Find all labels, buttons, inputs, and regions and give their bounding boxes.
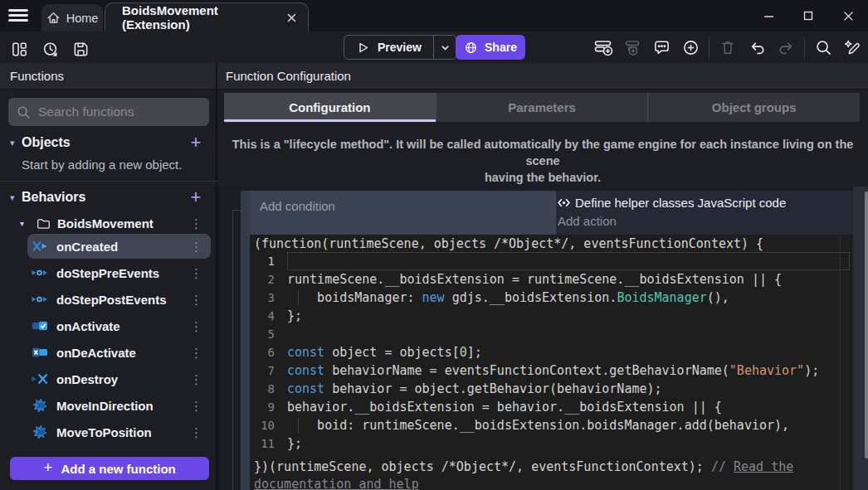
gear-icon xyxy=(32,399,48,412)
add-circle-icon[interactable] xyxy=(680,36,701,58)
current-line-highlight xyxy=(287,252,850,270)
code-line[interactable]: 9 behavior.__boidsExtension = behavior._… xyxy=(250,398,853,416)
titlebar: Home BoidsMovement (Extension) xyxy=(0,0,868,32)
window-maximize-button[interactable] xyxy=(796,4,821,27)
active-tab-underline xyxy=(224,119,436,122)
search-functions-box[interactable] xyxy=(8,98,209,126)
function-menu-button[interactable]: ⋮ xyxy=(190,426,202,439)
function-menu-button[interactable]: ⋮ xyxy=(190,240,202,253)
folder-icon xyxy=(37,217,51,230)
code-line[interactable]: 5 xyxy=(250,325,853,343)
code-footer-line: })(runtimeScene, objects /*Object*/, eve… xyxy=(250,458,853,490)
panel-title: Function Configuration xyxy=(217,63,868,90)
preview-button-label: Preview xyxy=(378,41,422,54)
add-comment-icon[interactable] xyxy=(651,36,672,58)
chevron-down-icon[interactable]: ▾ xyxy=(20,219,32,228)
gdevelop-window: Home BoidsMovement (Extension) xyxy=(0,0,868,490)
window-minimize-button[interactable] xyxy=(756,4,781,27)
function-item-ondestroy[interactable]: onDestroy ⋮ xyxy=(27,366,211,391)
function-menu-button[interactable]: ⋮ xyxy=(190,347,202,359)
toolbar: Preview Share xyxy=(0,32,868,63)
event-sheet[interactable]: Add condition Define helper classes Java… xyxy=(217,187,868,490)
js-event-title[interactable]: Define helper classes JavaScript code xyxy=(575,196,786,210)
js-code-event-icon xyxy=(558,197,570,208)
undo-icon[interactable] xyxy=(746,36,768,58)
indent-guide xyxy=(298,290,299,305)
save-icon[interactable] xyxy=(70,38,91,60)
objects-section-header[interactable]: ▾ Objects + xyxy=(0,131,217,154)
function-configuration-panel: Function Configuration Configuration Par… xyxy=(217,63,868,490)
code-line[interactable]: 8 const behavior = object.getBehavior(be… xyxy=(250,380,853,398)
lifecycle-description: This is a "lifecycle method". It will be… xyxy=(217,136,868,186)
redo-icon[interactable] xyxy=(775,36,797,58)
tab-configuration[interactable]: Configuration xyxy=(224,93,436,122)
add-event-icon[interactable] xyxy=(592,36,614,58)
function-item-dosteppostevents[interactable]: doStepPostEvents ⋮ xyxy=(27,287,211,312)
function-menu-button[interactable]: ⋮ xyxy=(190,400,202,412)
function-item-movetoposition[interactable]: MoveToPosition ⋮ xyxy=(27,420,211,444)
code-line[interactable]: 10 boid: runtimeScene.__boidsExtension.b… xyxy=(250,416,853,434)
play-icon xyxy=(356,41,370,55)
code-line[interactable]: 4 }; xyxy=(250,307,853,325)
documentation-link[interactable]: Read the xyxy=(734,459,793,474)
function-menu-button[interactable]: ⋮ xyxy=(190,294,202,306)
js-code-editor[interactable]: (function(runtimeScene, objects /*Object… xyxy=(250,235,853,490)
add-object-button[interactable]: + xyxy=(186,131,206,154)
tab-document[interactable]: BoidsMovement (Extension) xyxy=(105,2,309,32)
scrollbar-track[interactable] xyxy=(864,187,868,490)
code-line[interactable]: 6 const object = objects[0]; xyxy=(250,343,853,361)
edit-pencil-icon[interactable] xyxy=(841,36,863,58)
window-close-button[interactable] xyxy=(836,4,861,27)
function-menu-button[interactable]: ⋮ xyxy=(190,267,202,279)
functions-sidebar: Functions ▾ Objects + Start by adding a … xyxy=(0,63,217,490)
add-function-button[interactable]: + Add a new function xyxy=(10,457,209,480)
behavior-folder-label: BoidsMovement xyxy=(57,216,154,230)
code-header-line: (function(runtimeScene, objects /*Object… xyxy=(250,235,853,252)
preview-button[interactable]: Preview xyxy=(344,36,433,59)
function-menu-button[interactable]: ⋮ xyxy=(190,373,202,386)
function-item-ondeactivate[interactable]: onDeActivate ⋮ xyxy=(27,340,211,365)
share-button[interactable]: Share xyxy=(456,35,525,60)
function-item-onactivate[interactable]: onActivate ⋮ xyxy=(27,313,211,338)
tab-parameters[interactable]: Parameters xyxy=(436,93,649,122)
tab-object-groups[interactable]: Object groups xyxy=(648,93,860,122)
code-line[interactable]: 2 runtimeScene.__boidsExtension = runtim… xyxy=(250,270,853,289)
folder-menu-button[interactable]: ⋮ xyxy=(190,217,202,230)
add-action-link[interactable]: Add action xyxy=(558,214,853,228)
tab-document-label: BoidsMovement (Extension) xyxy=(122,3,277,32)
history-icon[interactable] xyxy=(39,38,61,60)
tab-close-icon[interactable] xyxy=(287,13,296,22)
code-line[interactable]: 11 }; xyxy=(250,434,853,453)
preview-dropdown-button[interactable] xyxy=(433,36,456,59)
tab-home[interactable]: Home xyxy=(41,4,103,32)
chevron-down-icon[interactable]: ▾ xyxy=(10,138,22,148)
code-line[interactable]: 3 boidsManager: new gdjs.__boidsExtensio… xyxy=(250,289,853,307)
function-item-moveindirection[interactable]: MoveInDirection ⋮ xyxy=(27,393,211,418)
add-condition-area[interactable]: Add condition xyxy=(250,191,556,235)
documentation-link[interactable]: documentation and help xyxy=(254,477,419,490)
behavior-folder-row[interactable]: ▾ BoidsMovement ⋮ xyxy=(0,212,217,234)
code-line[interactable]: 7 const behaviorName = eventsFunctionCon… xyxy=(250,361,853,380)
plus-icon: + xyxy=(43,458,52,477)
function-item-oncreated[interactable]: onCreated ⋮ xyxy=(27,234,211,259)
toolbar-divider xyxy=(804,37,805,57)
scrollbar-thumb[interactable] xyxy=(865,192,868,458)
delete-icon[interactable] xyxy=(717,36,739,58)
event-selection-bar xyxy=(241,191,250,490)
search-events-icon[interactable] xyxy=(812,36,834,58)
search-icon xyxy=(17,105,31,119)
function-menu-button[interactable]: ⋮ xyxy=(190,320,202,332)
function-item-dostepprevents[interactable]: doStepPreEvents ⋮ xyxy=(27,260,211,285)
add-subevent-icon[interactable] xyxy=(622,36,643,58)
sidebar-divider xyxy=(0,181,217,182)
objects-hint: Start by adding a new object. xyxy=(22,158,182,172)
globe-icon xyxy=(464,41,478,55)
search-functions-input[interactable] xyxy=(38,104,204,119)
toolbar-right-icons xyxy=(592,35,863,60)
chevron-down-icon[interactable]: ▾ xyxy=(10,192,22,203)
project-manager-icon[interactable] xyxy=(8,38,30,60)
behaviors-section-header[interactable]: ▾ Behaviors + xyxy=(0,186,217,209)
add-behavior-button[interactable]: + xyxy=(186,186,206,209)
js-event-header: Define helper classes JavaScript code Ad… xyxy=(556,191,853,235)
hamburger-menu-icon[interactable] xyxy=(8,9,28,22)
